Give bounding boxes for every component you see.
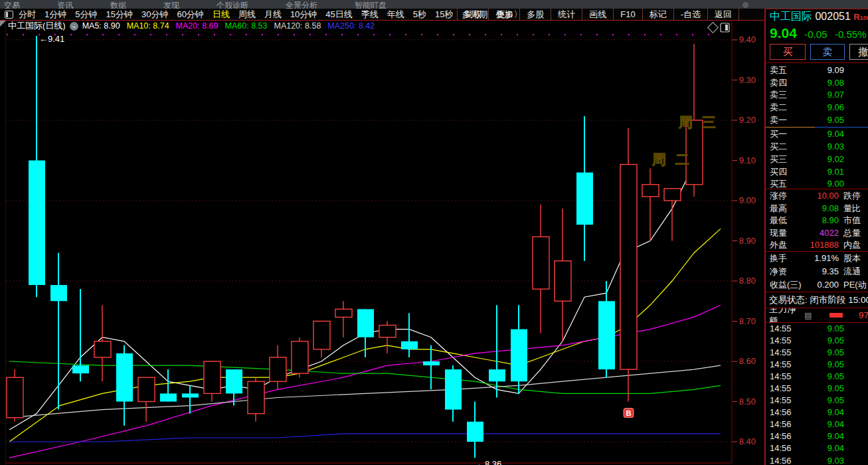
tick-time: 14:55	[770, 347, 800, 359]
period-tab-日线[interactable]: 日线	[213, 9, 230, 21]
candle-body-down[interactable]	[598, 301, 615, 369]
period-tab-15秒[interactable]: 15秒	[435, 9, 453, 21]
period-tab-月线[interactable]: 月线	[264, 9, 282, 21]
candle-body-up[interactable]	[7, 377, 23, 418]
candle-body-down[interactable]	[445, 369, 462, 410]
candle-body-up[interactable]	[620, 165, 637, 370]
action-复权[interactable]: 复权	[457, 9, 488, 20]
candle-body-up[interactable]	[379, 326, 396, 337]
level-price: 9.05	[800, 114, 844, 127]
period-tab-周线[interactable]: 周线	[238, 9, 256, 21]
candle-body-up[interactable]	[292, 341, 308, 373]
candle-body-down[interactable]	[160, 393, 177, 401]
stat-label-2: 流通	[839, 265, 868, 278]
sell-button[interactable]: 卖	[810, 44, 845, 60]
candle-body-up[interactable]	[313, 322, 330, 349]
top-menu-item[interactable]: 发现	[163, 0, 179, 9]
candlestick-chart[interactable]: 9.409.309.209.109.008.908.808.708.608.50…	[5, 20, 764, 465]
buy-button[interactable]: 买	[770, 44, 806, 60]
period-tab-45日线[interactable]: 45日线	[325, 9, 352, 21]
period-tab-5秒[interactable]: 5秒	[413, 9, 426, 21]
bid-row[interactable]: 买一9.04	[766, 128, 868, 141]
action-F10[interactable]: F10	[613, 9, 642, 20]
bid-row[interactable]: 买四9.01	[766, 166, 868, 179]
action-统计[interactable]: 统计	[551, 9, 582, 20]
action-叠加[interactable]: 叠加	[488, 9, 519, 20]
top-menu-item[interactable]: 交易	[4, 0, 20, 9]
top-menu-item[interactable]: 个股诊断	[217, 0, 248, 9]
stat-row: 外盘101888内盘	[766, 239, 868, 252]
action--自选[interactable]: -自选	[673, 9, 707, 20]
stat-row: 换手1.91%股本	[766, 252, 868, 265]
candle-body-up[interactable]	[642, 185, 659, 197]
top-menu-item[interactable]: 全景分析	[286, 0, 317, 9]
ask-row[interactable]: 卖三9.07	[766, 89, 868, 102]
stat-label: 涨停	[770, 190, 799, 203]
margin-tag: R1000	[853, 12, 868, 22]
action-返回[interactable]: 返回	[707, 9, 739, 20]
layout-split-icon[interactable]	[5, 11, 13, 19]
period-tab-10分钟[interactable]: 10分钟	[290, 9, 317, 21]
action-多股[interactable]: 多股	[519, 9, 551, 20]
candle-body-down[interactable]	[401, 341, 418, 349]
price-row: 9.04 -0.05 -0.55%	[770, 25, 868, 41]
candle-body-down[interactable]	[357, 309, 374, 337]
period-tab-30分钟[interactable]: 30分钟	[141, 9, 168, 21]
period-tab-季线[interactable]: 季线	[361, 9, 379, 21]
tick-price: 9.05	[800, 383, 844, 395]
candle-body-down[interactable]	[29, 161, 45, 286]
action-标记[interactable]: 标记	[642, 9, 673, 20]
top-menu-item[interactable]: 数据	[110, 0, 126, 9]
ask-row[interactable]: 卖二9.06	[766, 102, 868, 114]
candle-body-up[interactable]	[138, 377, 155, 401]
candle-body-down[interactable]	[116, 353, 133, 402]
top-menu-item[interactable]: 资讯	[57, 0, 73, 9]
top-menu-strip[interactable]: 交易资讯数据发现个股诊断全景分析智能盯盘	[0, 0, 868, 9]
candle-body-down[interactable]	[226, 369, 242, 393]
main-capital-flow-row[interactable]: 主力净额 ▤ 97	[766, 308, 868, 323]
level-price: 9.06	[800, 102, 844, 114]
bid-row[interactable]: 买二9.03	[766, 141, 868, 153]
candle-body-down[interactable]	[489, 369, 505, 381]
candle-body-up[interactable]	[555, 261, 571, 302]
candle-body-up[interactable]	[94, 341, 111, 357]
b-marker-text: B	[626, 409, 632, 417]
detail-list-icon[interactable]: ▤	[804, 311, 812, 320]
period-tab-5分钟[interactable]: 5分钟	[75, 9, 97, 21]
period-tab-年线[interactable]: 年线	[387, 9, 404, 21]
candle-body-up[interactable]	[664, 189, 681, 201]
period-tab-60分钟[interactable]: 60分钟	[177, 9, 203, 21]
bid-row[interactable]: 买三9.02	[766, 153, 868, 166]
candle-body-up[interactable]	[248, 381, 264, 413]
tick-price: 9.03	[800, 455, 844, 465]
ask-row[interactable]: 卖一9.05	[766, 114, 868, 127]
candle-body-down[interactable]	[511, 329, 527, 382]
price-change: -0.05	[804, 29, 827, 40]
level-label: 卖二	[770, 102, 800, 114]
tick-row: 14:569.04	[766, 442, 868, 454]
ask-row[interactable]: 卖四9.08	[766, 77, 868, 90]
candle-body-down[interactable]	[467, 422, 483, 442]
action-画线[interactable]: 画线	[582, 9, 613, 20]
tick-price: 9.05	[800, 395, 844, 407]
period-tab-15分钟[interactable]: 15分钟	[106, 9, 132, 21]
candle-body-down[interactable]	[576, 173, 593, 225]
top-menu-item[interactable]: 智能盯盘	[355, 0, 387, 9]
period-tab-分时[interactable]: 分时	[19, 9, 36, 21]
level-label: 卖一	[770, 114, 800, 127]
candle-body-up[interactable]	[204, 361, 220, 393]
candle-body-up[interactable]	[270, 357, 286, 381]
candle-body-up[interactable]	[533, 236, 549, 289]
candle-body-down[interactable]	[423, 361, 440, 365]
order-book[interactable]: 卖五9.09卖四9.08卖三9.07卖二9.06卖一9.05买一9.04买二9.…	[766, 63, 868, 189]
candle-body-down[interactable]	[182, 393, 199, 397]
candle-body-up[interactable]	[335, 309, 352, 317]
tick-trade-list[interactable]: 14:559.0514:559.0514:559.0514:559.0514:5…	[766, 323, 868, 465]
cancel-order-button[interactable]: 撤	[849, 44, 868, 60]
ask-row[interactable]: 卖五9.09	[766, 64, 868, 77]
tick-price: 9.05	[800, 347, 844, 359]
period-tab-1分钟[interactable]: 1分钟	[44, 9, 66, 21]
candle-body-down[interactable]	[72, 365, 89, 373]
axis-tick-label: 9.10	[739, 155, 756, 165]
candle-body-down[interactable]	[50, 285, 67, 301]
